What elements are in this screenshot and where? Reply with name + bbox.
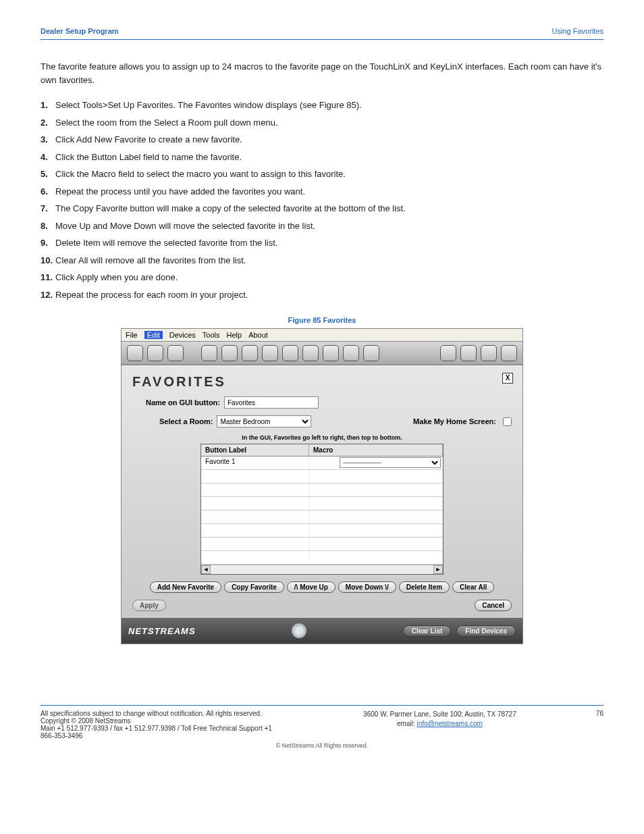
clear-list-button[interactable]: Clear List xyxy=(403,625,452,637)
footer-copy-line: © NetStreams All Rights reserved. xyxy=(41,742,603,749)
page-number: 76 xyxy=(596,710,603,717)
close-button[interactable]: X xyxy=(502,373,513,384)
name-on-gui-input[interactable] xyxy=(224,396,319,409)
toolbar-icon[interactable] xyxy=(147,345,163,361)
doc-header-right: Using Favorites xyxy=(552,27,603,35)
name-on-gui-label: Name on GUI button: xyxy=(146,398,220,407)
toolbar-icon[interactable] xyxy=(201,345,217,361)
menu-about[interactable]: About xyxy=(248,331,268,339)
cancel-button[interactable]: Cancel xyxy=(475,600,512,611)
col-button-label: Button Label xyxy=(201,444,309,456)
doc-header-left: Dealer Setup Program xyxy=(41,27,119,35)
toolbar-icon[interactable] xyxy=(282,345,298,361)
grid-note: In the GUI, Favorites go left to right, … xyxy=(132,434,512,441)
menubar: File Edit Devices Tools Help About xyxy=(122,329,522,341)
step-11: Click Apply when you are done. xyxy=(55,272,178,282)
save-icon[interactable] xyxy=(167,345,184,361)
footer-email-link[interactable]: info@netstreams.com xyxy=(417,720,482,727)
steps-list: 1.Select Tools>Set Up Favorites. The Fav… xyxy=(41,99,603,301)
toolbar-icon[interactable] xyxy=(221,345,238,361)
footer-email-prefix: email: xyxy=(397,720,417,727)
step-1: Select Tools>Set Up Favorites. The Favor… xyxy=(55,100,362,110)
col-macro: Macro xyxy=(309,444,443,456)
menu-file[interactable]: File xyxy=(126,331,138,339)
step-3: Click Add New Favorite to create a new f… xyxy=(55,134,242,145)
step-7: The Copy Favorite button will make a cop… xyxy=(55,203,406,213)
menu-help[interactable]: Help xyxy=(227,331,242,339)
move-down-button[interactable]: Move Down \/ xyxy=(338,581,396,593)
cell-macro[interactable]: ------------------- xyxy=(309,457,443,469)
intro-text: The favorite feature allows you to assig… xyxy=(41,60,603,86)
step-5: Click the Macro field to select the macr… xyxy=(55,169,346,179)
select-room-dropdown[interactable]: Master Bedroom xyxy=(217,415,311,427)
step-10: Clear All will remove all the favorites … xyxy=(55,255,246,265)
figure-caption: Figure 85 Favorites xyxy=(41,316,603,324)
panel-title: FAVORITES xyxy=(132,374,512,390)
move-up-button[interactable]: /\ Move Up xyxy=(287,581,336,593)
toolbar-icon[interactable] xyxy=(127,345,143,361)
brand-logo: NETSTREAMS xyxy=(128,626,196,636)
toolbar-icon[interactable] xyxy=(242,345,258,361)
toolbar-icon[interactable] xyxy=(262,345,278,361)
ir-icon[interactable] xyxy=(323,345,339,361)
footer-phone: Main +1 512.977-9393 / fax +1 512.977.93… xyxy=(41,725,284,739)
toolbar-icon[interactable] xyxy=(501,345,517,361)
step-4: Click the Button Label field to name the… xyxy=(55,152,242,162)
menu-tools[interactable]: Tools xyxy=(203,331,220,339)
globe-icon xyxy=(292,623,306,638)
home-screen-label: Make My Home Screen: xyxy=(413,417,496,425)
status-bar: NETSTREAMS Clear List Find Devices xyxy=(122,618,522,644)
toolbar-icon[interactable] xyxy=(343,345,359,361)
apply-button[interactable]: Apply xyxy=(132,600,166,611)
find-devices-button[interactable]: Find Devices xyxy=(456,625,516,637)
cell-button-label[interactable]: Favorite 1 xyxy=(201,457,309,469)
footer-copyright: All specifications subject to change wit… xyxy=(41,710,284,725)
menu-edit[interactable]: Edit xyxy=(144,331,163,339)
step-8: Move Up and Move Down will move the sele… xyxy=(55,221,315,231)
favorites-grid: Button Label Macro Favorite 1 ----------… xyxy=(200,444,444,575)
help-icon[interactable] xyxy=(363,345,379,361)
toolbar-icon[interactable] xyxy=(460,345,477,361)
grid-row[interactable]: Favorite 1 ------------------- xyxy=(201,457,443,470)
macro-dropdown[interactable]: ------------------- xyxy=(340,457,441,468)
toolbar-icon[interactable] xyxy=(440,345,456,361)
copy-favorite-button[interactable]: Copy Favorite xyxy=(224,581,284,593)
step-6: Repeat the process until you have added … xyxy=(55,186,305,197)
app-window: File Edit Devices Tools Help About xyxy=(121,328,523,644)
grid-scrollbar[interactable]: ◄ ► xyxy=(201,565,443,574)
toolbar-icon[interactable] xyxy=(481,345,497,361)
add-new-favorite-button[interactable]: Add New Favorite xyxy=(150,581,221,593)
delete-item-button[interactable]: Delete Item xyxy=(399,581,450,593)
step-2: Select the room from the Select a Room p… xyxy=(55,118,278,128)
home-screen-checkbox[interactable] xyxy=(503,417,512,426)
toolbar xyxy=(122,341,522,365)
toolbar-icon[interactable] xyxy=(302,345,319,361)
clear-all-button[interactable]: Clear All xyxy=(452,581,494,593)
scroll-left-icon[interactable]: ◄ xyxy=(201,565,211,574)
scroll-right-icon[interactable]: ► xyxy=(433,565,443,574)
menu-devices[interactable]: Devices xyxy=(169,331,196,339)
favorites-panel: FAVORITES X Name on GUI button: Select a… xyxy=(122,365,522,618)
select-room-label: Select a Room: xyxy=(159,417,213,425)
step-12: Repeat the process for each room in your… xyxy=(55,290,248,300)
page-footer: All specifications subject to change wit… xyxy=(41,705,603,749)
footer-address: 3600 W. Parmer Lane, Suite 100; Austin, … xyxy=(363,710,516,719)
step-9: Delete Item will remove the selected fav… xyxy=(55,238,277,248)
